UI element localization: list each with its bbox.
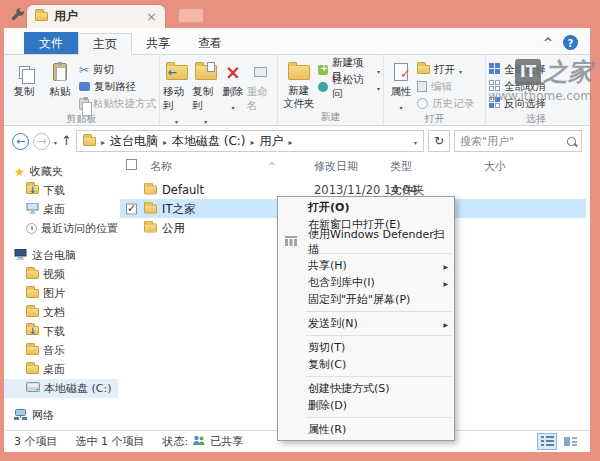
breadcrumb-separator-icon bbox=[249, 134, 257, 148]
column-size[interactable]: 大小 bbox=[484, 159, 506, 174]
paste-button[interactable]: 粘贴 bbox=[43, 59, 77, 99]
open-button[interactable]: 打开 bbox=[417, 61, 474, 78]
rename-icon bbox=[254, 60, 267, 84]
menu-item-create-shortcut[interactable]: 创建快捷方式(S) bbox=[278, 380, 454, 397]
folder-icon bbox=[144, 185, 157, 194]
menu-item-include-in-library[interactable]: 包含到库中(I) bbox=[278, 274, 454, 291]
breadcrumb-users[interactable]: 用户 bbox=[260, 133, 284, 150]
menu-item-pin-to-start[interactable]: 固定到"开始"屏幕(P) bbox=[278, 291, 454, 308]
history-dropdown-icon[interactable] bbox=[54, 134, 57, 148]
menu-separator bbox=[306, 417, 452, 418]
disk-icon bbox=[26, 382, 40, 395]
search-icon[interactable] bbox=[565, 135, 578, 148]
sidebar-item-downloads-pc[interactable]: 下载 bbox=[4, 322, 118, 341]
caret-down-icon bbox=[459, 64, 462, 76]
tab-share[interactable]: 共享 bbox=[132, 32, 184, 54]
copy-path-icon bbox=[79, 82, 90, 91]
properties-button[interactable]: 属性 bbox=[387, 59, 415, 112]
minimize-ribbon-icon[interactable] bbox=[543, 36, 553, 50]
paste-shortcut-button[interactable]: 粘贴快捷方式 bbox=[79, 95, 156, 112]
properties-icon bbox=[394, 60, 408, 84]
close-icon[interactable] bbox=[146, 10, 157, 24]
sidebar-item-pictures[interactable]: 图片 bbox=[4, 284, 118, 303]
ithome-logo-text: 之家 bbox=[544, 56, 592, 88]
address-bar: 这台电脑 本地磁盘 (C:) 用户 bbox=[4, 126, 590, 156]
folder-tab[interactable]: 用户 bbox=[26, 4, 166, 28]
caret-down-icon bbox=[377, 64, 380, 76]
new-item-icon bbox=[318, 65, 328, 75]
delete-button[interactable]: 删除 bbox=[221, 59, 245, 112]
folder-icon bbox=[35, 12, 48, 21]
search-input[interactable] bbox=[460, 135, 567, 148]
breadcrumb-separator-icon bbox=[161, 134, 169, 148]
edit-icon bbox=[417, 81, 427, 92]
sidebar-item-desktop[interactable]: 桌面 bbox=[4, 200, 118, 219]
column-date-modified[interactable]: 修改日期 bbox=[314, 159, 358, 174]
column-name[interactable]: 名称 bbox=[150, 159, 172, 174]
select-all-checkbox[interactable] bbox=[126, 159, 137, 170]
tab-file[interactable]: 文件 bbox=[24, 32, 78, 54]
star-icon bbox=[14, 165, 25, 179]
navigation-pane: 收藏夹 下载 桌面 最近访问的位置 这台电脑 bbox=[4, 156, 118, 430]
open-icon bbox=[417, 65, 430, 74]
sidebar-item-downloads[interactable]: 下载 bbox=[4, 181, 118, 200]
history-button[interactable]: 历史记录 bbox=[417, 95, 474, 112]
sidebar-this-pc[interactable]: 这台电脑 bbox=[4, 246, 118, 265]
wrench-icon[interactable] bbox=[10, 7, 25, 25]
row-checkbox-checked[interactable] bbox=[126, 203, 137, 214]
sidebar-item-documents[interactable]: 文档 bbox=[4, 303, 118, 322]
cut-button[interactable]: 剪切 bbox=[79, 61, 156, 78]
menu-item-properties[interactable]: 属性(R) bbox=[278, 421, 454, 438]
details-view-button[interactable] bbox=[537, 433, 557, 450]
refresh-button[interactable] bbox=[428, 130, 450, 152]
menu-item-defender-scan[interactable]: 使用Windows Defender扫描 bbox=[278, 233, 454, 250]
icons-view-button[interactable] bbox=[560, 433, 580, 450]
sidebar-favorites[interactable]: 收藏夹 bbox=[4, 162, 118, 181]
menu-item-share[interactable]: 共享(H) bbox=[278, 257, 454, 274]
address-dropdown-icon[interactable] bbox=[414, 134, 417, 148]
easy-access-icon bbox=[318, 82, 328, 92]
new-folder-button[interactable]: 新建 文件夹 bbox=[281, 59, 316, 109]
tab-view[interactable]: 查看 bbox=[184, 32, 236, 54]
new-tab-button[interactable] bbox=[178, 8, 204, 23]
caret-down-icon bbox=[175, 114, 178, 126]
help-button[interactable] bbox=[563, 35, 578, 50]
menu-item-copy[interactable]: 复制(C) bbox=[278, 356, 454, 373]
paste-shortcut-icon bbox=[79, 98, 89, 110]
up-button[interactable] bbox=[61, 134, 72, 148]
menu-item-send-to[interactable]: 发送到(N) bbox=[278, 315, 454, 332]
back-button[interactable] bbox=[12, 133, 29, 150]
breadcrumb[interactable]: 这台电脑 本地磁盘 (C:) 用户 bbox=[76, 130, 424, 152]
tab-home[interactable]: 主页 bbox=[78, 33, 132, 55]
group-open: 属性 打开 编辑 bbox=[384, 55, 486, 125]
rename-button[interactable]: 重命名 bbox=[247, 59, 274, 113]
breadcrumb-this-pc[interactable]: 这台电脑 bbox=[110, 133, 158, 150]
sidebar-item-videos[interactable]: 视频 bbox=[4, 265, 118, 284]
new-folder-icon bbox=[288, 60, 310, 84]
sidebar-item-local-disk-c[interactable]: 本地磁盘 (C:) bbox=[4, 379, 118, 398]
sidebar-item-recent-places[interactable]: 最近访问的位置 bbox=[4, 219, 118, 238]
folder-icon bbox=[144, 204, 157, 213]
caret-down-icon bbox=[232, 100, 235, 112]
defender-icon bbox=[285, 236, 297, 249]
sidebar-item-desktop-pc[interactable]: 桌面 bbox=[4, 360, 118, 379]
copy-button[interactable]: 复制 bbox=[7, 59, 41, 99]
edit-button[interactable]: 编辑 bbox=[417, 78, 474, 95]
column-type[interactable]: 类型 bbox=[390, 159, 412, 174]
sidebar-network[interactable]: 网络 bbox=[4, 406, 118, 425]
breadcrumb-local-disk[interactable]: 本地磁盘 (C:) bbox=[172, 133, 246, 150]
downloads-icon bbox=[26, 184, 39, 197]
share-state-value: 已共享 bbox=[210, 434, 243, 449]
menu-item-delete[interactable]: 删除(D) bbox=[278, 397, 454, 414]
folder-icon bbox=[26, 289, 39, 298]
computer-icon bbox=[14, 249, 27, 263]
menu-item-cut[interactable]: 剪切(T) bbox=[278, 339, 454, 356]
selected-count: 选中 1 个项目 bbox=[76, 434, 145, 449]
forward-button[interactable] bbox=[33, 133, 50, 150]
copy-to-button[interactable]: 复制到 bbox=[192, 59, 219, 126]
easy-access-button[interactable]: 轻松访问 bbox=[318, 78, 380, 95]
move-to-button[interactable]: 移动到 bbox=[163, 59, 190, 126]
copy-path-button[interactable]: 复制路径 bbox=[79, 78, 156, 95]
menu-item-open[interactable]: 打开(O) bbox=[278, 199, 454, 216]
sidebar-item-music[interactable]: 音乐 bbox=[4, 341, 118, 360]
